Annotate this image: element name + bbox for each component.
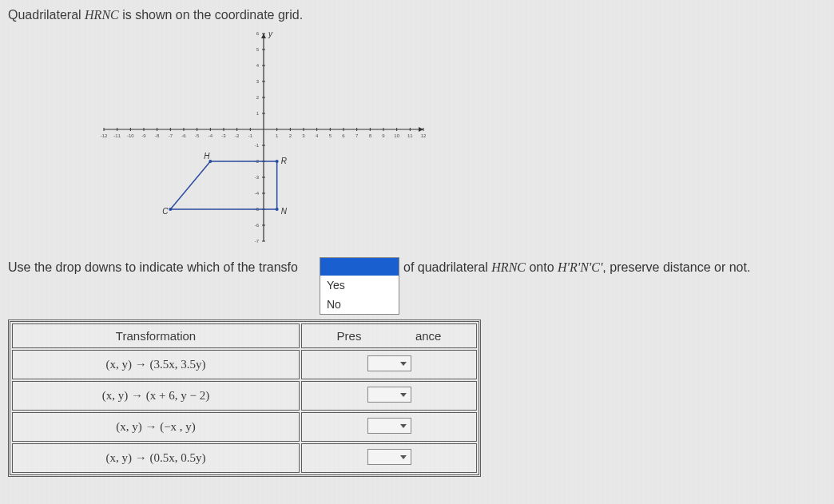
svg-text:-6: -6 <box>181 133 186 138</box>
svg-marker-3 <box>261 34 266 38</box>
svg-text:3: 3 <box>256 79 260 84</box>
header-preserve: Pres erve Dist ance <box>301 323 477 348</box>
instruction-right-mid: onto <box>526 260 558 274</box>
svg-text:4: 4 <box>316 133 319 138</box>
table-header-row: Transformation Pres erve Dist ance <box>12 323 477 348</box>
svg-text:-1: -1 <box>255 143 260 148</box>
svg-text:-6: -6 <box>255 223 260 228</box>
svg-text:N: N <box>281 207 288 216</box>
svg-text:4: 4 <box>256 63 260 68</box>
preserve-dropdown-1[interactable] <box>367 355 411 371</box>
dropdown-selected-blank[interactable] <box>320 258 399 276</box>
svg-text:H: H <box>204 152 210 161</box>
svg-text:-12: -12 <box>101 133 108 138</box>
preserve-cell <box>301 443 477 473</box>
transformation-cell: (x, y) → (x + 6, y − 2) <box>12 381 300 411</box>
svg-text:-7: -7 <box>169 133 173 138</box>
preserve-dropdown-3[interactable] <box>367 418 411 434</box>
svg-point-82 <box>169 208 172 211</box>
preserve-cell <box>301 350 477 379</box>
instruction-row: Use the drop downs to indicate which of … <box>8 257 826 280</box>
header-transformation: Transformation <box>12 323 300 348</box>
header-preserve-left: Pres <box>337 329 362 343</box>
header-preserve-right: ance <box>415 329 442 343</box>
instruction-right-math1: HRNC <box>491 260 526 274</box>
coordinate-graph: y-12-11-10-9-8-7-6-5-4-3-2-1123456789101… <box>96 26 431 249</box>
prompt-top-pre: Quadrilateral <box>8 8 85 22</box>
instruction-right-post: , preserve distance or not. <box>602 260 750 274</box>
instruction-left: Use the drop downs to indicate which of … <box>8 260 298 275</box>
transformation-cell: (x, y) → (−x , y) <box>12 412 300 442</box>
preserve-dropdown-4[interactable] <box>367 449 411 465</box>
svg-text:-5: -5 <box>195 133 200 138</box>
svg-text:8: 8 <box>369 133 372 138</box>
svg-text:6: 6 <box>256 31 260 36</box>
svg-text:-9: -9 <box>141 133 146 138</box>
svg-text:9: 9 <box>382 133 385 138</box>
svg-text:-8: -8 <box>155 133 160 138</box>
svg-text:R: R <box>281 157 287 165</box>
table-row: (x, y) → (x + 6, y − 2) <box>12 381 477 411</box>
svg-text:-10: -10 <box>127 133 134 138</box>
preserve-dropdown-2[interactable] <box>367 387 411 403</box>
svg-text:-4: -4 <box>208 133 213 138</box>
svg-text:-3: -3 <box>255 175 260 180</box>
svg-text:12: 12 <box>421 133 427 138</box>
svg-text:3: 3 <box>302 133 305 138</box>
svg-point-80 <box>276 160 279 163</box>
svg-text:-1: -1 <box>248 133 253 138</box>
preserve-cell <box>301 412 477 442</box>
prompt-top-math: HRNC <box>85 8 119 22</box>
svg-point-81 <box>276 208 279 211</box>
svg-marker-2 <box>419 127 423 132</box>
svg-text:5: 5 <box>329 133 332 138</box>
svg-text:-3: -3 <box>221 133 226 138</box>
svg-text:2: 2 <box>256 95 260 100</box>
transformation-table-wrap: Transformation Pres erve Dist ance (x, y… <box>8 319 481 477</box>
svg-text:-2: -2 <box>235 133 240 138</box>
table-row: (x, y) → (0.5x, 0.5y) <box>12 443 477 473</box>
svg-text:1: 1 <box>256 111 260 116</box>
svg-text:1: 1 <box>276 133 279 138</box>
graph-svg: y-12-11-10-9-8-7-6-5-4-3-2-1123456789101… <box>96 26 431 249</box>
table-row: (x, y) → (−x , y) <box>12 412 477 442</box>
preserve-cell <box>301 381 477 411</box>
svg-text:2: 2 <box>289 133 292 138</box>
svg-text:10: 10 <box>394 133 399 138</box>
svg-text:C: C <box>162 207 169 216</box>
transformation-table: Transformation Pres erve Dist ance (x, y… <box>8 319 481 477</box>
transformation-cell: (x, y) → (3.5x, 3.5y) <box>12 350 300 379</box>
instruction-right-pre: of quadrilateral <box>403 260 491 274</box>
instruction-right-math2: H'R'N'C' <box>558 260 602 274</box>
transformation-cell: (x, y) → (0.5x, 0.5y) <box>12 443 300 473</box>
svg-text:11: 11 <box>407 133 413 138</box>
svg-text:y: y <box>268 30 273 38</box>
svg-text:5: 5 <box>256 47 260 52</box>
svg-text:-4: -4 <box>255 191 260 196</box>
prompt-top-post: is shown on the coordinate grid. <box>119 8 303 22</box>
dropdown-option-yes[interactable]: Yes <box>320 276 399 295</box>
preserve-dropdown-open[interactable]: Yes No <box>320 257 399 315</box>
dropdown-option-no[interactable]: No <box>320 295 399 314</box>
prompt-top: Quadrilateral HRNC is shown on the coord… <box>8 8 826 22</box>
svg-text:7: 7 <box>355 133 359 138</box>
svg-text:-11: -11 <box>113 133 121 138</box>
instruction-right: of quadrilateral HRNC onto H'R'N'C', pre… <box>403 260 750 275</box>
svg-text:-7: -7 <box>255 239 260 244</box>
svg-text:6: 6 <box>342 133 345 138</box>
table-row: (x, y) → (3.5x, 3.5y) <box>12 350 477 379</box>
